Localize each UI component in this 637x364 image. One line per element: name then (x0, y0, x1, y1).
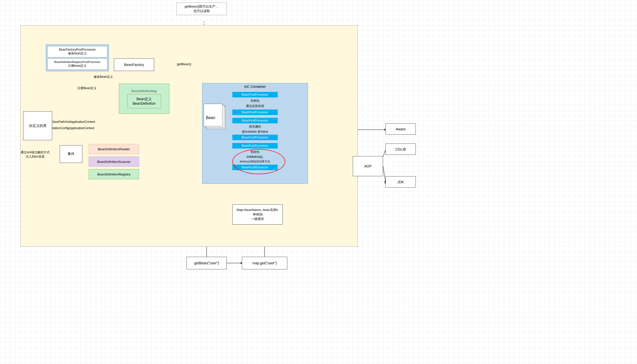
bfpp-container: BeanFactoryPostProcessor 修改bean定义 BeanDe… (46, 45, 109, 71)
aware-box: Aware (386, 123, 416, 135)
registry-label: BeanDefinitionRegistry (97, 172, 131, 176)
bean-stack: Bean (204, 104, 229, 129)
getbean-user-label: getBean("user") (194, 261, 219, 265)
top-note-box: getBean()既可以生产， 也可以读取 (176, 3, 227, 15)
bdm-title: BeanDefinitionMap (127, 89, 161, 93)
bfpp-inner-1: BeanFactoryPostProcessor 修改bean定义 (47, 46, 107, 57)
cglib-label: CGLIB (395, 147, 406, 151)
annotation-label: AnnotationConfigApplicationContext (46, 126, 94, 130)
diagram-area: getBean()既可以生产， 也可以读取 BeanFactory BeanFa… (0, 0, 637, 364)
main-container: BeanFactory BeanFactoryPostProcessor 修改b… (20, 25, 358, 247)
svg-line-25 (383, 166, 386, 182)
event-label: 事件 (68, 152, 75, 156)
getbean-box: getBean("user") (186, 257, 227, 269)
singleton-line2: 单例池 (237, 212, 278, 217)
bfpp-subtitle: 修改bean定义 (68, 52, 87, 55)
aop-box: AOP (353, 156, 383, 176)
reader-label: BeanDefinitionReader (98, 147, 130, 151)
bdm-container: BeanDefinitionMap Bean定义 BeanDefinition (119, 84, 169, 114)
singleton-line1: Map<beanName, bean实例> (237, 208, 278, 212)
fill-label: 填充属性 (249, 125, 261, 129)
autowire-label: @Autowire @Value (242, 130, 268, 133)
jdk-label: JDK (397, 180, 404, 184)
bean-factory-label: BeanFactory (124, 63, 144, 67)
bdrr-title: BeanDefinitionRegistryPostProcessor (54, 60, 100, 63)
svg-line-23 (383, 151, 386, 157)
reflect-label: 通过反射实现 (246, 104, 264, 108)
mapget-box: map.get("user") (242, 257, 287, 269)
bdm-inner1: Bean定义 (137, 97, 152, 101)
singleton-line3: 一级缓存 (237, 217, 278, 221)
bdm-inner-box: Bean定义 BeanDefinition (127, 94, 161, 108)
cglib-box: CGLIB (386, 143, 416, 155)
bdrr-subtitle: 注册bean定义 (68, 64, 87, 67)
event-box: 事件 (60, 145, 82, 163)
red-oval (232, 149, 285, 174)
bpp-box-4: BeanPostProcessor (232, 135, 278, 140)
register-label: 注册Bean定义 (77, 86, 97, 90)
bfpp-inner-2: BeanDefinitionRegistryPostProcessor 注册be… (47, 58, 107, 70)
aop-label: AOP (364, 164, 372, 168)
singleton-pool: Map<beanName, bean实例> 单例池 一级缓存 (232, 204, 283, 225)
modify-label: 修改Bean定义 (94, 75, 113, 79)
scanner-box: BeanDefinitionScanner (89, 157, 139, 167)
inst-label: 实例化 (250, 99, 260, 103)
aware-label: Aware (396, 127, 405, 131)
top-note-line1: getBean()既可以生产， (184, 5, 218, 8)
inject-note: 通过xml或注解的方式注入到ioc容器 (21, 150, 50, 159)
custom-class-box: 自定义的类 (23, 111, 52, 140)
reader-box: BeanDefinitionReader (89, 144, 139, 154)
top-note-line2: 也可以读取 (194, 9, 210, 13)
bfpp-title: BeanFactoryPostProcessor (59, 48, 96, 51)
bpp-box-2: BeanPostProcessor (232, 110, 278, 115)
bpp-box-1: BeanPostProcessor (232, 92, 278, 97)
classpath-label: ClassPathXmlApplicationContext (51, 120, 95, 124)
bdm-inner2: BeanDefinition (133, 101, 155, 105)
ioc-title: IoC Container (202, 83, 308, 90)
custom-class-label: 自定义的类 (29, 124, 47, 128)
mapget-label: map.get("user") (252, 261, 277, 265)
jdk-box: JDK (386, 176, 416, 188)
bean-label: Bean (206, 116, 215, 120)
scanner-label: BeanDefinitionScanner (97, 160, 131, 164)
paper-1: Bean (204, 104, 222, 126)
bpp-box-5: BeanPostProcessor (232, 143, 278, 149)
bean-factory-box: BeanFactory (114, 58, 154, 71)
getbean-label: getBean() (177, 62, 191, 66)
bpp-box-3: BeanPostProcessor (232, 118, 278, 123)
registry-box: BeanDefinitionRegistry (89, 169, 139, 179)
